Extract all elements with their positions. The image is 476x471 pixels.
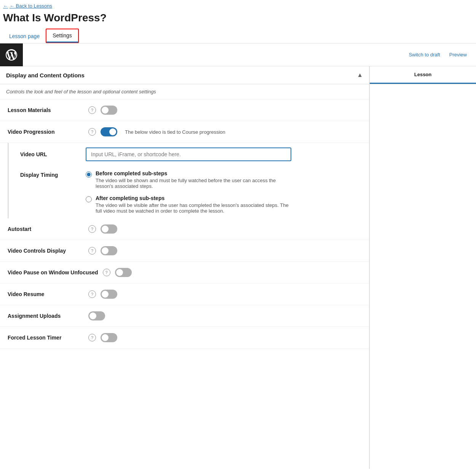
assignment-uploads-toggle[interactable] — [88, 311, 105, 320]
tabs-bar: Lesson page Settings — [0, 29, 476, 43]
lesson-materials-row: Lesson Materials ? — [0, 99, 369, 121]
back-arrow-icon: ← — [3, 3, 8, 9]
video-pause-label: Video Pause on Window Unfocused — [8, 269, 98, 276]
video-resume-toggle[interactable] — [101, 290, 117, 299]
autostart-toggle[interactable] — [101, 224, 117, 234]
collapse-button[interactable]: ▲ — [357, 72, 363, 78]
video-controls-help-icon[interactable]: ? — [88, 247, 96, 255]
video-url-label: Video URL — [20, 151, 81, 157]
tab-settings[interactable]: Settings — [46, 29, 79, 43]
after-substeps-content: After completing sub-steps The video wil… — [96, 195, 294, 214]
video-controls-toggle[interactable] — [101, 246, 117, 255]
toolbar-actions: Switch to draft Preview — [404, 50, 476, 60]
display-timing-label: Display Timing — [20, 170, 81, 178]
forced-lesson-timer-toggle[interactable] — [101, 333, 117, 342]
wp-logo — [0, 43, 23, 66]
back-link-text: ← Back to Lessons — [10, 3, 52, 9]
section-title: Display and Content Options — [6, 72, 85, 78]
video-resume-label: Video Resume — [8, 291, 84, 297]
lesson-materials-toggle[interactable] — [101, 106, 117, 115]
forced-lesson-timer-row: Forced Lesson Timer ? — [0, 327, 369, 349]
video-pause-toggle[interactable] — [115, 268, 132, 277]
before-substeps-content: Before completed sub-steps The video wil… — [96, 170, 294, 189]
back-to-lessons-link[interactable]: ← ← Back to Lessons — [0, 0, 52, 10]
right-sidebar: Lesson — [369, 66, 476, 469]
autostart-row: Autostart ? — [0, 218, 369, 240]
lesson-materials-label: Lesson Materials — [8, 107, 84, 113]
forced-lesson-timer-help-icon[interactable]: ? — [88, 334, 96, 341]
display-timing-row: Display Timing Before completed sub-step… — [9, 166, 369, 218]
video-progression-text: The below video is tied to Course progre… — [125, 129, 225, 135]
before-substeps-option: Before completed sub-steps The video wil… — [86, 170, 294, 189]
before-substeps-desc: The video will be shown and must be full… — [96, 178, 294, 189]
autostart-help-icon[interactable]: ? — [88, 225, 96, 233]
assignment-uploads-label: Assignment Uploads — [8, 313, 84, 319]
after-substeps-option: After completing sub-steps The video wil… — [86, 195, 294, 214]
after-substeps-desc: The video will be visible after the user… — [96, 202, 294, 214]
video-progression-row: Video Progression ? The below video is t… — [0, 121, 369, 143]
switch-to-draft-button[interactable]: Switch to draft — [404, 50, 444, 60]
section-header: Display and Content Options ▲ — [0, 66, 369, 84]
video-url-input[interactable] — [86, 147, 291, 161]
main-layout: Display and Content Options ▲ Controls t… — [0, 66, 476, 469]
wordpress-icon — [5, 48, 18, 62]
video-resume-help-icon[interactable]: ? — [88, 290, 96, 298]
editor-toolbar: Switch to draft Preview — [0, 43, 476, 66]
section-description: Controls the look and feel of the lesson… — [0, 84, 369, 99]
preview-button[interactable]: Preview — [445, 50, 471, 60]
video-progression-toggle[interactable] — [101, 127, 117, 136]
video-resume-row: Video Resume ? — [0, 284, 369, 305]
video-subsection: Video URL Display Timing Before complete… — [8, 143, 369, 218]
before-substeps-radio[interactable] — [86, 171, 92, 178]
lesson-materials-help-icon[interactable]: ? — [88, 106, 96, 114]
video-pause-row: Video Pause on Window Unfocused ? — [0, 262, 369, 284]
page-title: What Is WordPress? — [0, 10, 476, 29]
before-substeps-title: Before completed sub-steps — [96, 170, 294, 176]
forced-lesson-timer-label: Forced Lesson Timer — [8, 335, 84, 341]
video-controls-row: Video Controls Display ? — [0, 240, 369, 262]
settings-panel: Display and Content Options ▲ Controls t… — [0, 66, 369, 469]
display-timing-options: Before completed sub-steps The video wil… — [86, 170, 294, 214]
after-substeps-radio[interactable] — [86, 196, 92, 202]
video-progression-help-icon[interactable]: ? — [88, 128, 96, 136]
after-substeps-title: After completing sub-steps — [96, 195, 294, 201]
video-controls-label: Video Controls Display — [8, 248, 84, 254]
video-pause-help-icon[interactable]: ? — [103, 269, 110, 276]
assignment-uploads-row: Assignment Uploads — [0, 305, 369, 327]
tab-lesson-page[interactable]: Lesson page — [3, 30, 46, 43]
sidebar-tab-lesson[interactable]: Lesson — [370, 66, 476, 84]
autostart-label: Autostart — [8, 226, 84, 232]
video-progression-label: Video Progression — [8, 129, 84, 135]
sidebar-tab-bar: Lesson — [370, 66, 476, 84]
video-url-row: Video URL — [9, 143, 369, 166]
